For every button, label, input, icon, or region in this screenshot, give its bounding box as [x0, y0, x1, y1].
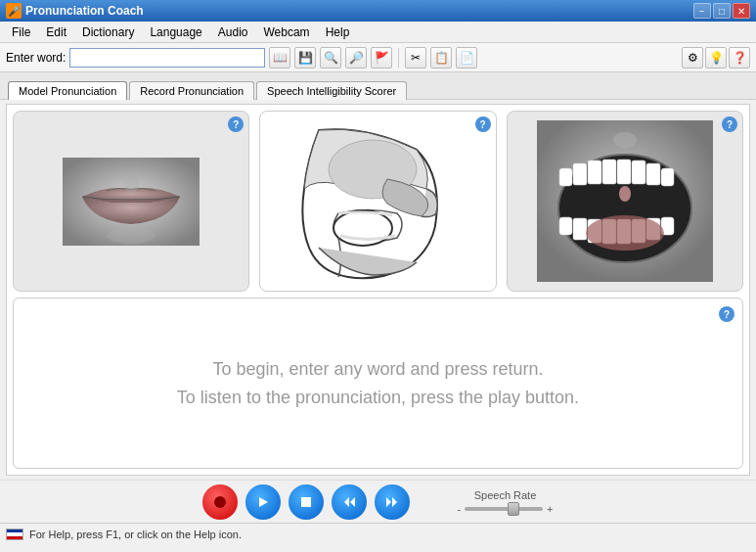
title-bar-left: 🎤 Pronunciation Coach: [6, 3, 144, 19]
info-help-badge[interactable]: ?: [719, 306, 734, 322]
teeth-image: [537, 120, 713, 282]
stop-button[interactable]: [289, 484, 324, 520]
toolbar-bulb-btn[interactable]: 💡: [705, 47, 727, 69]
svg-point-26: [613, 132, 637, 148]
toolbar-search-btn[interactable]: 🔍: [320, 47, 341, 69]
tab-model-pronunciation[interactable]: Model Pronunciation: [8, 81, 127, 100]
app-icon: 🎤: [6, 3, 22, 19]
toolbar-search2-btn[interactable]: 🔎: [345, 47, 367, 69]
svg-rect-15: [661, 168, 674, 186]
cross-section-image: [289, 120, 466, 282]
lips-help-badge[interactable]: ?: [228, 116, 244, 132]
svg-rect-22: [559, 217, 572, 235]
toolbar-copy-btn[interactable]: 📋: [430, 47, 452, 69]
teeth-panel: ?: [507, 111, 743, 292]
info-line2: To listen to the pronunciation, press th…: [177, 384, 579, 412]
rewind-button[interactable]: [332, 484, 367, 520]
images-row: ?: [13, 111, 743, 292]
rate-min-label: -: [457, 503, 461, 515]
toolbar-flag-btn[interactable]: 🚩: [371, 47, 392, 69]
info-line1: To begin, enter any word and press retur…: [177, 355, 579, 384]
rate-row: - +: [457, 503, 553, 515]
cross-section-panel: ?: [259, 111, 496, 292]
svg-rect-14: [559, 168, 572, 186]
svg-marker-32: [386, 497, 391, 507]
lips-panel: ?: [13, 111, 249, 292]
word-input[interactable]: [69, 48, 265, 68]
teeth-help-badge[interactable]: ?: [722, 116, 737, 132]
rate-max-label: +: [547, 503, 553, 515]
menu-help[interactable]: Help: [318, 23, 358, 41]
enter-word-label: Enter word:: [6, 51, 66, 65]
forward-button[interactable]: [375, 484, 410, 520]
info-text: To begin, enter any word and press retur…: [177, 355, 579, 412]
app-title: Pronunciation Coach: [25, 4, 144, 18]
minimize-button[interactable]: −: [693, 3, 711, 19]
svg-marker-31: [350, 497, 355, 507]
title-bar-controls: − □ ✕: [693, 3, 750, 19]
toolbar-sep1: [398, 48, 399, 68]
svg-rect-12: [632, 161, 645, 184]
main-content: ?: [6, 104, 750, 476]
tabs-row: Model Pronunciation Record Pronunciation…: [0, 72, 756, 100]
svg-rect-13: [646, 163, 660, 185]
menu-file[interactable]: File: [4, 23, 38, 41]
svg-rect-9: [588, 161, 601, 184]
svg-point-5: [344, 215, 368, 231]
menu-dictionary[interactable]: Dictionary: [74, 23, 142, 41]
tab-speech-intelligibility[interactable]: Speech Intelligibility Scorer: [256, 81, 407, 100]
svg-point-27: [214, 496, 226, 508]
menu-webcam[interactable]: Webcam: [255, 23, 317, 41]
toolbar-settings-btn[interactable]: ⚙: [682, 47, 703, 69]
menu-audio[interactable]: Audio: [210, 23, 256, 41]
info-panel: ? To begin, enter any word and press ret…: [13, 298, 743, 469]
toolbar-save-btn[interactable]: 💾: [294, 47, 316, 69]
menu-edit[interactable]: Edit: [38, 23, 74, 41]
svg-rect-29: [301, 497, 311, 507]
toolbar-right: ⚙ 💡 ❓: [682, 47, 750, 69]
svg-rect-16: [573, 218, 587, 240]
svg-point-25: [619, 186, 631, 202]
toolbar-book-btn[interactable]: 📖: [269, 47, 290, 69]
toolbar-cut-btn[interactable]: ✂: [405, 47, 426, 69]
cross-section-help-badge[interactable]: ?: [475, 116, 491, 132]
controls-bar: Speech Rate - +: [0, 480, 756, 523]
menu-language[interactable]: Language: [142, 23, 209, 41]
rate-thumb[interactable]: [508, 502, 519, 516]
record-button[interactable]: [202, 484, 238, 520]
svg-marker-28: [259, 497, 268, 507]
toolbar-paste-btn[interactable]: 📄: [456, 47, 477, 69]
svg-point-1: [123, 173, 139, 193]
rate-slider[interactable]: [465, 507, 543, 511]
status-flag-icon: [6, 529, 23, 540]
status-text: For Help, press F1, or click on the Help…: [29, 529, 242, 540]
speech-rate-label: Speech Rate: [474, 489, 537, 501]
toolbar-help-btn[interactable]: ❓: [729, 47, 750, 69]
close-button[interactable]: ✕: [733, 3, 750, 19]
status-bar: For Help, press F1, or click on the Help…: [0, 523, 756, 544]
title-bar: 🎤 Pronunciation Coach − □ ✕: [0, 0, 756, 22]
svg-rect-8: [573, 163, 587, 185]
svg-point-24: [586, 215, 664, 251]
play-button[interactable]: [245, 484, 281, 520]
speech-rate-control: Speech Rate - +: [457, 489, 553, 515]
svg-rect-10: [602, 160, 616, 184]
svg-rect-11: [617, 160, 631, 184]
svg-point-2: [107, 228, 156, 244]
maximize-button[interactable]: □: [713, 3, 731, 19]
tab-record-pronunciation[interactable]: Record Pronunciation: [129, 81, 254, 100]
svg-marker-30: [344, 497, 349, 507]
svg-marker-33: [392, 497, 397, 507]
menu-bar: File Edit Dictionary Language Audio Webc…: [0, 22, 756, 43]
lips-image: [63, 158, 200, 246]
toolbar: Enter word: 📖 💾 🔍 🔎 🚩 ✂ 📋 📄 ⚙ 💡 ❓: [0, 43, 756, 72]
